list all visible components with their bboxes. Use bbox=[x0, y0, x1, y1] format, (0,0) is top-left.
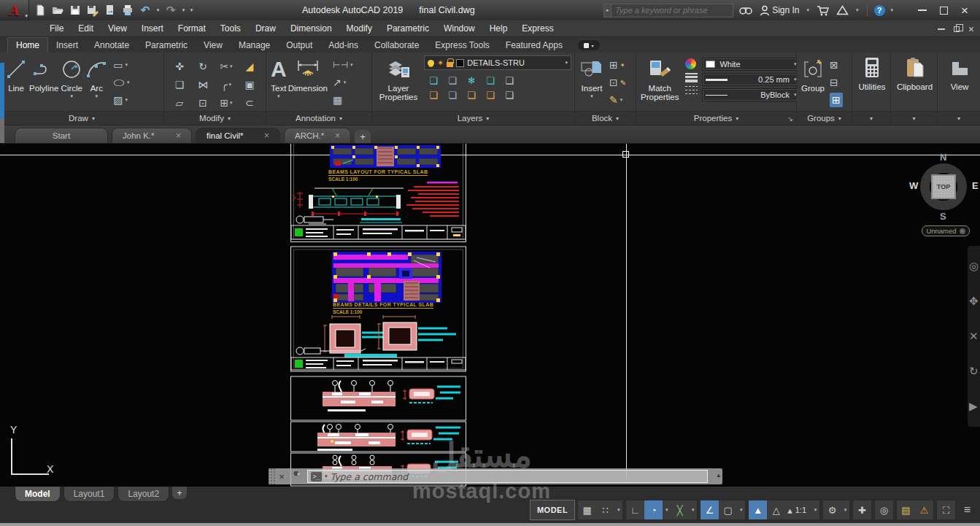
layer-unlock2-icon[interactable]: ❏ bbox=[486, 90, 495, 101]
layer-match-icon[interactable]: ❏ bbox=[448, 90, 457, 101]
ribbon-tab-insert[interactable]: Insert bbox=[48, 38, 86, 53]
make-current-icon[interactable]: ❏ bbox=[505, 75, 514, 86]
group-selection-icon[interactable]: ⊞ bbox=[832, 95, 841, 105]
menu-express[interactable]: Express bbox=[514, 20, 560, 37]
app-store-button[interactable] bbox=[815, 2, 830, 18]
fillet-icon[interactable]: ╭ bbox=[221, 80, 227, 90]
ellipse-dropdown[interactable]: ▾ bbox=[127, 80, 130, 85]
menu-draw[interactable]: Draw bbox=[248, 20, 283, 37]
ribbon-tab-parametric[interactable]: Parametric bbox=[137, 38, 196, 53]
command-line-grip[interactable] bbox=[269, 468, 276, 484]
lineweight-icon[interactable] bbox=[685, 73, 698, 82]
circle-dropdown[interactable]: ▾ bbox=[71, 93, 74, 99]
panel-clipboard-footer[interactable]: ▾ bbox=[891, 111, 937, 125]
command-line[interactable]: × >_ ▾ Type a command ▴ bbox=[269, 468, 722, 484]
object-snap-dropdown[interactable]: ▾ bbox=[737, 500, 745, 519]
menu-edit[interactable]: Edit bbox=[71, 20, 101, 37]
hatch-dropdown[interactable]: ▾ bbox=[126, 97, 128, 103]
redo-button[interactable]: ↷ bbox=[163, 2, 179, 18]
line-button[interactable]: Line bbox=[4, 55, 28, 94]
command-line-customize-button[interactable] bbox=[288, 471, 304, 481]
offset-icon[interactable]: ⊂ bbox=[245, 98, 254, 108]
panel-draw-footer[interactable]: Draw▾ bbox=[0, 111, 163, 125]
plot-button[interactable] bbox=[120, 2, 136, 18]
move-icon[interactable]: ✜ bbox=[175, 61, 184, 71]
command-history-button[interactable]: ▴ bbox=[717, 471, 720, 479]
panel-annotation-footer[interactable]: Annotation▾ bbox=[266, 111, 371, 125]
ortho-mode-button[interactable]: ∟ bbox=[626, 500, 644, 519]
command-input[interactable]: >_ ▾ Type a command bbox=[307, 470, 708, 483]
trim-dropdown[interactable]: ▾ bbox=[230, 63, 233, 69]
viewcube-west[interactable]: W bbox=[909, 180, 918, 191]
model-space-toggle[interactable]: MODEL bbox=[530, 500, 575, 520]
menu-tools[interactable]: Tools bbox=[213, 20, 248, 37]
command-line-close-button[interactable]: × bbox=[276, 471, 288, 482]
application-menu-button[interactable]: A ▾ bbox=[0, 0, 29, 20]
layer-lock-icon[interactable]: ❏ bbox=[486, 75, 495, 86]
pan-icon[interactable]: ✥ bbox=[969, 295, 979, 308]
ribbon-tab-collaborate[interactable]: Collaborate bbox=[366, 38, 427, 53]
layer-walk-icon[interactable]: ❏ bbox=[467, 90, 476, 101]
sign-in-button[interactable]: Sign In bbox=[758, 2, 800, 18]
polar-dropdown[interactable]: ▾ bbox=[663, 500, 671, 519]
panel-clipboard[interactable]: Clipboard ▾ bbox=[891, 53, 938, 125]
mirror-icon[interactable]: ⋈ bbox=[198, 80, 208, 90]
panel-utilities[interactable]: Utilities ▾ bbox=[852, 53, 891, 125]
match-properties-button[interactable]: Match Properties bbox=[640, 55, 679, 103]
close-tab-icon[interactable]: × bbox=[264, 131, 269, 141]
layout-tab-model[interactable]: Model bbox=[15, 487, 61, 502]
text-dropdown[interactable]: ▾ bbox=[277, 93, 280, 99]
layer-unisolate-icon[interactable]: ❏ bbox=[429, 90, 438, 101]
fillet-dropdown[interactable]: ▾ bbox=[228, 82, 231, 88]
undo-dropdown[interactable]: ▾ bbox=[155, 7, 161, 13]
search-collapse-arrow[interactable]: ▸ bbox=[603, 4, 611, 18]
ribbon-tab-featured-apps[interactable]: Featured Apps bbox=[498, 38, 571, 53]
isolate-objects-button[interactable]: ◎ bbox=[875, 500, 893, 519]
panel-view-footer[interactable]: ▾ bbox=[938, 111, 980, 125]
steering-wheel-icon[interactable]: ◎ bbox=[969, 260, 979, 273]
snap-mode-button[interactable]: ∷ bbox=[596, 500, 614, 519]
layout-tab-layout2[interactable]: Layout2 bbox=[117, 487, 169, 502]
new-layout-button[interactable]: + bbox=[172, 487, 187, 499]
explode-icon[interactable]: ▣ bbox=[244, 80, 254, 90]
show-motion-icon[interactable]: ▶ bbox=[969, 400, 978, 413]
open-button[interactable] bbox=[50, 2, 66, 18]
object-color-dropdown[interactable]: White ▾ bbox=[702, 58, 800, 71]
layer-freeze-icon[interactable]: ❄ bbox=[468, 75, 476, 86]
search-input[interactable] bbox=[611, 4, 733, 18]
workspace-dropdown[interactable]: ▾ bbox=[841, 500, 849, 519]
maximize-button[interactable] bbox=[940, 7, 948, 15]
rectangle-dropdown[interactable]: ▾ bbox=[126, 62, 128, 68]
ungroup-icon[interactable]: ⊠ bbox=[830, 60, 838, 70]
create-block-icon[interactable]: ⊞ bbox=[609, 60, 618, 70]
menu-format[interactable]: Format bbox=[171, 20, 213, 37]
layer-off-icon[interactable]: ❏ bbox=[448, 75, 457, 86]
ribbon-tab-view[interactable]: View bbox=[196, 38, 231, 53]
zoom-icon[interactable]: ✕ bbox=[969, 330, 979, 343]
linear-dimension-dropdown[interactable]: ▾ bbox=[350, 62, 353, 68]
menu-modify[interactable]: Modify bbox=[339, 20, 379, 37]
ribbon-tab-addins[interactable]: Add-ins bbox=[320, 38, 366, 53]
graphics-warning-button[interactable]: ⚠ bbox=[915, 500, 933, 519]
close-tab-icon[interactable]: × bbox=[176, 131, 181, 141]
group-edit-icon[interactable]: ⊟ bbox=[830, 77, 838, 88]
dimension-button[interactable]: Dimension bbox=[288, 55, 328, 94]
insert-dropdown[interactable]: ▾ bbox=[590, 93, 593, 99]
ribbon-tab-annotate[interactable]: Annotate bbox=[86, 38, 137, 53]
orbit-icon[interactable]: ↻ bbox=[969, 365, 979, 378]
object-color-icon[interactable] bbox=[685, 58, 696, 69]
save-as-button[interactable] bbox=[85, 2, 101, 18]
drawing-canvas[interactable]: BEAMS LAYOUT FOR TYPICAL SLAB SCALE 1:10… bbox=[0, 144, 980, 487]
rectangle-icon[interactable]: ▭ bbox=[113, 60, 123, 70]
close-tab-icon[interactable]: × bbox=[335, 131, 340, 141]
object-snap-button[interactable]: ▢ bbox=[719, 500, 737, 519]
layer-dropdown[interactable]: ✶ DETAILS-STRU ▾ bbox=[424, 55, 571, 70]
copy-icon[interactable]: ❏ bbox=[175, 80, 185, 90]
text-button[interactable]: A Text ▾ bbox=[270, 55, 288, 101]
navigation-bar[interactable]: ◎ ✥ ✕ ↻ ▶ bbox=[968, 246, 980, 427]
ellipse-icon[interactable]: ◯ bbox=[113, 79, 125, 85]
doc-restore-button[interactable] bbox=[954, 26, 960, 32]
layer-isolate-icon[interactable]: ❏ bbox=[429, 75, 438, 86]
viewcube-top-face[interactable]: TOP bbox=[931, 174, 956, 199]
menu-parametric[interactable]: Parametric bbox=[379, 20, 436, 37]
